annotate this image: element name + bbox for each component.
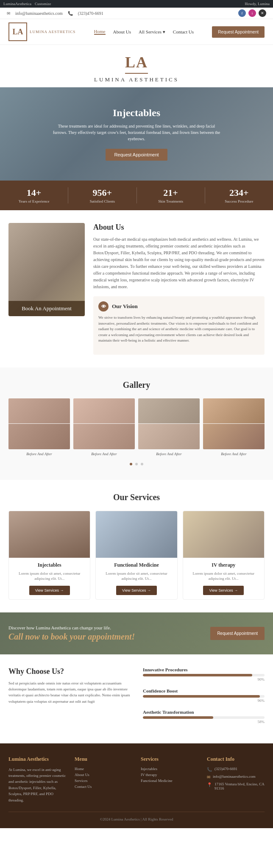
gallery-caption-3: Before And After [138, 452, 200, 456]
stat-number-treatments: 21+ [137, 187, 205, 198]
service-desc-functional: Lorem ipsum dolor sit amet, consectetur … [100, 571, 173, 581]
service-name-injectables: Injectables [13, 562, 86, 568]
cta-button[interactable]: Request Appointment [210, 627, 265, 640]
gallery-img-top-2 [73, 398, 135, 424]
admin-customize[interactable]: Customize [35, 2, 51, 6]
gallery-item-1[interactable]: Before And After [8, 398, 70, 456]
footer-menu-col: Menu Home About Us Services Contact Us [75, 756, 132, 803]
services-section: Our Services Injectables Lorem ipsum dol… [0, 480, 273, 612]
stat-number-clients: 956+ [68, 187, 136, 198]
why-description: Sed ut perspiciatis unde omnis iste natu… [8, 680, 130, 705]
gallery-item-2[interactable]: Before And After [73, 398, 135, 456]
admin-bar: LuminaAesthetica Customize Howdy, Lumina [0, 0, 273, 8]
nav-contact[interactable]: Contact Us [173, 29, 194, 34]
footer-menu-about[interactable]: About Us [75, 773, 132, 777]
twitter-icon[interactable]: ✕ [259, 9, 266, 17]
service-img-injectables [9, 511, 90, 558]
gallery-title: Gallery [8, 380, 265, 390]
navbar: LA LUMINA AESTHETICS Home About Us All S… [0, 19, 273, 45]
gallery-grid: Before And After Before And After Before… [8, 398, 265, 456]
service-btn-iv[interactable]: View Services → [203, 586, 244, 595]
vision-title-row: 👁 Our Vision [98, 301, 259, 312]
logo-area: LA LUMINA AESTHETICS [8, 22, 75, 41]
gallery-section: Gallery Before And After Before And Afte… [0, 367, 273, 480]
gallery-img-2 [73, 398, 135, 449]
nav-home[interactable]: Home [94, 29, 106, 35]
footer-grid: Lumina Aesthetics At Lumina, we excel in… [8, 756, 265, 803]
brand-hero: LA LUMINA AESTHETICS [0, 45, 273, 87]
gallery-img-top-3 [138, 398, 200, 424]
footer-contact-col: Contact Info 📞 (323)470-6691 ✉ info@lumi… [207, 756, 265, 803]
service-name-functional: Functional Medicine [100, 562, 173, 568]
contact-phone[interactable]: (323)470-6691 [78, 11, 103, 16]
gallery-img-top-1 [8, 398, 70, 424]
gallery-img-1 [8, 398, 70, 449]
location-icon-footer: 📍 [207, 782, 212, 787]
gallery-dot-1[interactable] [130, 463, 132, 465]
service-desc-iv: Lorem ipsum dolor sit amet, consectetur … [187, 571, 260, 581]
email-icon: ✉ [7, 11, 10, 16]
gallery-dots [8, 460, 265, 467]
stat-clients: 956+ Satisfied Clients [68, 187, 136, 203]
why-fill-innovative [143, 674, 252, 676]
footer-brand-col: Lumina Aesthetics At Lumina, we excel in… [8, 756, 66, 803]
stats-bar: 14+ Years of Experience 956+ Satisfied C… [0, 181, 273, 210]
email-icon-footer: ✉ [207, 775, 210, 779]
gallery-dot-3[interactable] [141, 463, 143, 465]
footer-service-functional[interactable]: Functional Medicine [141, 779, 198, 783]
footer-menu-contact[interactable]: Contact Us [75, 785, 132, 789]
why-progress-confidence [143, 695, 265, 698]
why-fill-confidence [143, 695, 260, 698]
service-btn-injectables[interactable]: View Services → [29, 586, 70, 595]
nav-about[interactable]: About Us [113, 29, 131, 34]
brand-logo: LA LUMINA AESTHETICS [0, 53, 273, 83]
footer-service-injectables[interactable]: Injectables [141, 767, 198, 771]
stat-label-experience: Years of Experience [0, 199, 68, 203]
nav-links: Home About Us All Services ▾ Contact Us [94, 29, 194, 35]
footer-brand-desc: At Lumina, we excel in anti-aging treatm… [8, 767, 66, 803]
phone-icon: 📞 [68, 11, 73, 16]
copyright: ©2024 Lumina Aesthetics | All Rights Res… [100, 817, 173, 821]
admin-site-name: LuminaAesthetica [3, 2, 31, 6]
gallery-img-top-4 [203, 398, 265, 424]
hero-cta-button[interactable]: Request Appointment [106, 149, 167, 161]
facebook-icon[interactable]: f [238, 9, 246, 17]
phone-icon-footer: 📞 [207, 767, 212, 772]
footer-phone-number[interactable]: (323)470-6691 [214, 767, 237, 771]
gallery-img-bottom-3 [138, 424, 200, 449]
nav-services[interactable]: All Services ▾ [139, 29, 165, 35]
admin-greeting: Howdy, Lumina [245, 2, 270, 6]
services-grid: Injectables Lorem ipsum dolor sit amet, … [8, 511, 265, 600]
stat-label-clients: Satisfied Clients [68, 199, 136, 203]
nav-cta-button[interactable]: Request Appointment [212, 26, 265, 38]
service-btn-functional[interactable]: View Services → [116, 586, 157, 595]
stat-number-experience: 14+ [0, 187, 68, 198]
footer-menu-home[interactable]: Home [75, 767, 132, 771]
chevron-down-icon: ▾ [163, 29, 165, 34]
footer-menu-title: Menu [75, 756, 132, 762]
gallery-dot-2[interactable] [135, 463, 138, 465]
vision-box: 👁 Our Vision We strive to transform live… [93, 296, 265, 355]
footer-menu-services[interactable]: Services [75, 779, 132, 783]
why-progress-innovative [143, 674, 265, 676]
why-left: Why Choose Us? Sed ut perspiciatis unde … [8, 667, 130, 731]
gallery-item-4[interactable]: Before And After [203, 398, 265, 456]
vision-icon: 👁 [98, 301, 109, 312]
service-desc-injectables: Lorem ipsum dolor sit amet, consectetur … [13, 571, 86, 581]
footer: Lumina Aesthetics At Lumina, we excel in… [0, 743, 273, 828]
footer-email-address[interactable]: info@luminaaesthetics.com [213, 774, 256, 779]
gallery-item-3[interactable]: Before And After [138, 398, 200, 456]
contact-email[interactable]: info@luminaaesthetics.com [15, 11, 63, 16]
stat-experience: 14+ Years of Experience [0, 187, 68, 203]
book-appointment-overlay[interactable]: Book An Appointment [8, 301, 85, 316]
gallery-caption-1: Before And After [8, 452, 70, 456]
why-progress-transformation [143, 716, 265, 719]
instagram-icon[interactable]: i [248, 9, 256, 17]
brand-name: LUMINA AESTHETICS [94, 76, 179, 83]
why-pct-transformation: 58% [143, 720, 265, 724]
contact-bar: ✉ info@luminaaesthetics.com 📞 (323)470-6… [0, 8, 273, 19]
service-info-functional: Functional Medicine Lorem ipsum dolor si… [96, 558, 177, 599]
footer-service-iv[interactable]: IV therapy [141, 773, 198, 777]
stat-number-procedures: 234+ [205, 187, 273, 198]
stat-procedures: 234+ Success Procedure [205, 187, 273, 203]
